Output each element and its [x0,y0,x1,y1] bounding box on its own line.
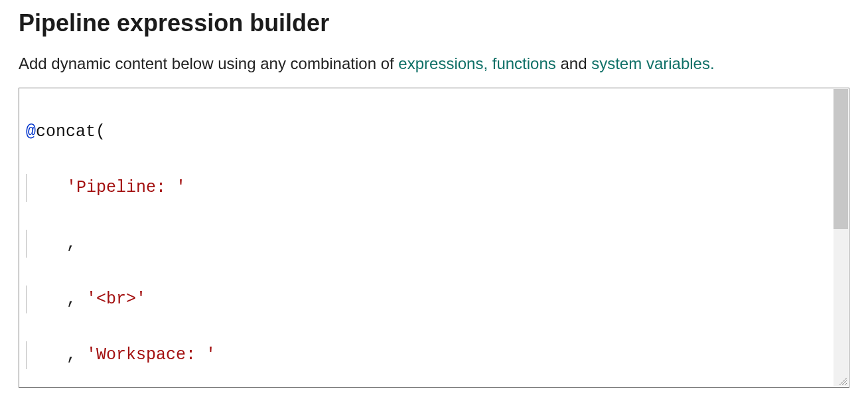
description-text: Add dynamic content below using any comb… [19,54,849,73]
link-functions[interactable]: functions [492,54,556,72]
open-paren: ( [96,122,106,141]
link-system-variables[interactable]: system variables. [591,54,714,72]
comma-token: , [66,290,76,309]
page-title: Pipeline expression builder [19,9,849,37]
comma-token: , [66,345,76,365]
at-token: @ [26,122,36,141]
string-literal: 'Workspace: ' [86,345,216,365]
expression-editor-scroll[interactable]: @concat( 'Pipeline: ' , , '<br>' , 'Work… [19,88,849,387]
link-expressions[interactable]: expressions, [398,54,488,72]
expression-code[interactable]: @concat( 'Pipeline: ' , , '<br>' , 'Work… [19,88,849,387]
string-literal: '<br>' [86,290,146,309]
description-mid: and [556,54,591,72]
expression-editor[interactable]: @concat( 'Pipeline: ' , , '<br>' , 'Work… [19,88,849,388]
comma-token: , [66,234,76,253]
function-name: concat [36,122,96,141]
description-sep1 [488,54,492,72]
description-prefix: Add dynamic content below using any comb… [19,54,398,72]
string-literal: 'Pipeline: ' [66,178,186,197]
